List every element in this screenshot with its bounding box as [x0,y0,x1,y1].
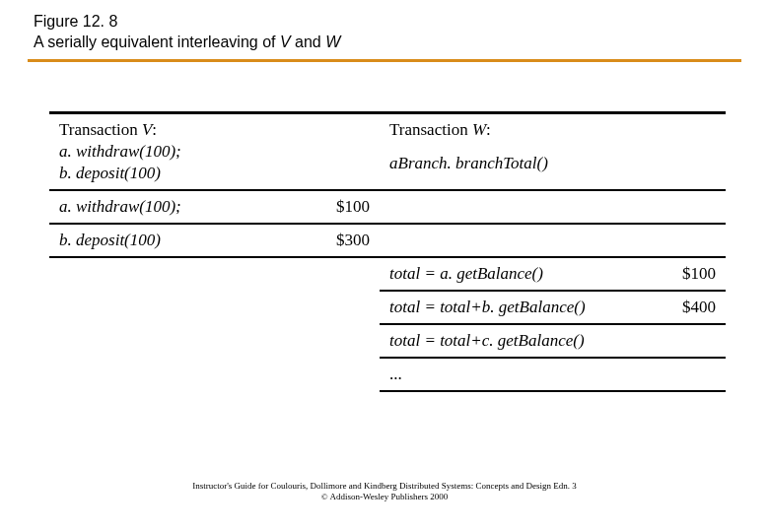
footer: Instructor's Guide for Coulouris, Dollim… [0,481,769,503]
caption-var-v: V [280,33,291,50]
header-w-line1: aBranch. branchTotal() [389,154,627,173]
header-v-line2: b. deposit(100) [59,164,271,183]
w-op [380,190,637,224]
header-v: Transaction V: a. withdraw(100); b. depo… [49,113,281,191]
caption-var-w: W [325,33,340,50]
v-op: a. withdraw(100); [49,190,281,224]
caption-prefix: A serially equivalent interleaving of [34,33,280,50]
header-w: Transaction W: aBranch. branchTotal() [380,113,637,191]
table-row: total = a. getBalance() $100 [49,257,726,291]
table-row: a. withdraw(100); $100 [49,190,726,224]
table-row: total = total+b. getBalance() $400 [49,291,726,324]
interleaving-table-wrap: Transaction V: a. withdraw(100); b. depo… [49,111,726,392]
w-op: total = a. getBalance() [380,257,637,291]
header-v-title-var: V [142,120,152,139]
divider-orange [28,59,741,62]
header-v-line1: a. withdraw(100); [59,142,271,162]
footer-line2: © Addison-Wesley Publishers 2000 [0,492,769,502]
v-amount [281,257,380,291]
header-v-amount [281,113,380,191]
header-v-title-colon: : [152,120,157,139]
v-amount [281,358,380,391]
w-amount [637,324,726,358]
header-w-title-var: W [472,120,486,139]
v-amount: $300 [281,224,380,257]
v-op [49,291,281,324]
v-amount: $100 [281,190,380,224]
figure-label: Figure 12. 8 [34,12,741,32]
footer-line1: Instructor's Guide for Coulouris, Dollim… [0,481,769,492]
table-header-row: Transaction V: a. withdraw(100); b. depo… [49,113,726,191]
interleaving-table: Transaction V: a. withdraw(100); b. depo… [49,111,726,392]
v-op [49,257,281,291]
w-amount: $100 [637,257,726,291]
header-w-title-pre: Transaction [389,120,472,139]
caption-join: and [291,33,326,50]
header-w-amount [637,113,726,191]
w-amount: $400 [637,291,726,324]
slide-page: Figure 12. 8 A serially equivalent inter… [0,0,769,532]
w-amount [637,190,726,224]
header-w-title-colon: : [486,120,491,139]
table-row: total = total+c. getBalance() [49,324,726,358]
w-op [380,224,637,257]
v-op [49,358,281,391]
v-amount [281,291,380,324]
w-op: total = total+b. getBalance() [380,291,637,324]
table-row: b. deposit(100) $300 [49,224,726,257]
figure-caption: A serially equivalent interleaving of V … [34,33,741,51]
v-amount [281,324,380,358]
v-op [49,324,281,358]
w-amount [637,224,726,257]
v-op: b. deposit(100) [49,224,281,257]
w-op: total = total+c. getBalance() [380,324,637,358]
w-amount [637,358,726,391]
table-row: ... [49,358,726,391]
w-op: ... [380,358,637,391]
header-v-title-pre: Transaction [59,120,142,139]
